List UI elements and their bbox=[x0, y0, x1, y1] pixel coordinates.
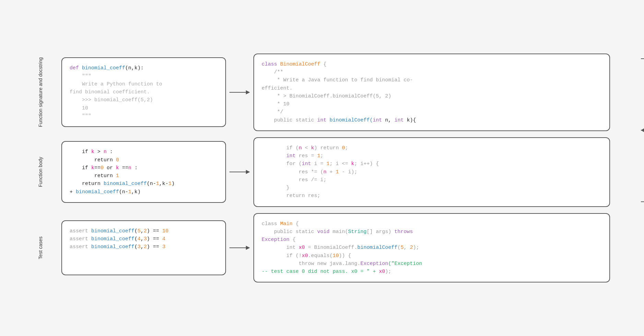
row-label-2: Test cases bbox=[37, 236, 61, 259]
row-0: Function signature and docstringdef bino… bbox=[37, 54, 610, 131]
left-code-box-1: if k > n : return 0 if k==0 or k ==n : r… bbox=[61, 141, 226, 203]
label-column bbox=[10, 54, 37, 283]
arrow-0 bbox=[226, 89, 253, 96]
right-code-box-2: class Main { public static void main(Str… bbox=[253, 213, 610, 283]
row-label-1: Function body bbox=[37, 157, 61, 187]
arrow-2 bbox=[226, 244, 253, 251]
diagram-container: Function signature and docstringdef bino… bbox=[10, 54, 634, 283]
row-label-0: Function signature and docstring bbox=[37, 57, 61, 127]
svg-marker-5 bbox=[246, 246, 250, 250]
right-side bbox=[610, 54, 634, 283]
svg-marker-10 bbox=[641, 128, 644, 132]
row-2: Test casesassert binomial_coeff(5,2) == … bbox=[37, 213, 610, 283]
left-code-box-0: def binomial_coeff(n,k): """ Write a Pyt… bbox=[61, 57, 226, 127]
svg-marker-3 bbox=[246, 170, 250, 174]
svg-marker-1 bbox=[246, 90, 250, 94]
outer-wrapper: Function signature and docstringdef bino… bbox=[10, 54, 634, 283]
bracket-overlay: Model bbox=[634, 54, 644, 283]
row-1: Function body if k > n : return 0 if k==… bbox=[37, 137, 610, 207]
left-code-box-2: assert binomial_coeff(5,2) == 10 assert … bbox=[61, 220, 226, 275]
rows-wrapper: Function signature and docstringdef bino… bbox=[37, 54, 610, 283]
right-code-box-0: class BinomialCoeff { /** * Write a Java… bbox=[253, 54, 610, 131]
right-code-box-1: if (n < k) return 0; int res = 1; for (i… bbox=[253, 137, 610, 207]
arrow-1 bbox=[226, 169, 253, 175]
